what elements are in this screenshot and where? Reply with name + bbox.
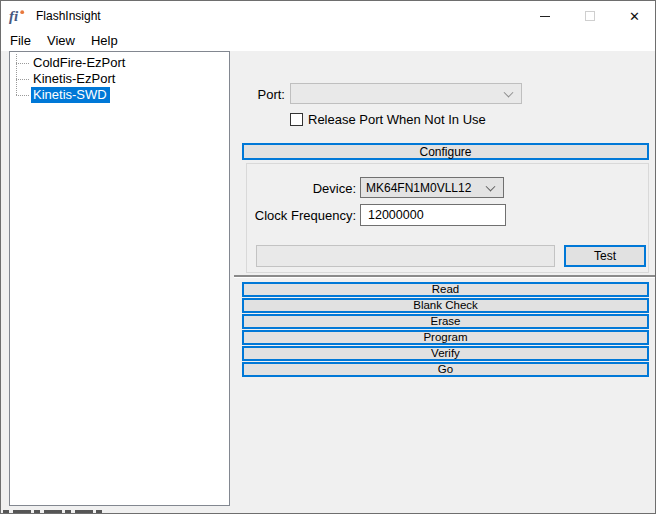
device-select-value: MK64FN1M0VLL12: [366, 181, 471, 195]
svg-text:fi: fi: [9, 8, 19, 24]
device-label: Device:: [252, 181, 356, 196]
erase-button[interactable]: Erase: [242, 314, 649, 329]
verify-button[interactable]: Verify: [242, 346, 649, 361]
menu-file[interactable]: File: [3, 31, 40, 51]
go-button[interactable]: Go: [242, 362, 649, 377]
read-button[interactable]: Read: [242, 282, 649, 297]
test-result-field: [256, 245, 555, 267]
tree-item-kinetis-swd[interactable]: Kinetis-SWD: [10, 87, 229, 103]
caption-buttons: ✕: [522, 1, 656, 31]
tree-item-label: ColdFire-EzPort: [31, 55, 128, 71]
release-port-checkbox-label: Release Port When Not In Use: [308, 112, 486, 127]
device-select[interactable]: MK64FN1M0VLL12: [360, 177, 504, 198]
port-select[interactable]: [290, 83, 522, 104]
tree-stub-icon: [16, 79, 29, 80]
close-icon: ✕: [629, 10, 640, 23]
release-port-checkbox[interactable]: Release Port When Not In Use: [290, 112, 486, 127]
menu-bar: File View Help: [1, 31, 656, 51]
clock-frequency-input[interactable]: [360, 204, 506, 226]
tree-connector-line: [16, 54, 17, 95]
tree-item-label: Kinetis-EzPort: [31, 71, 118, 87]
tree-item-label: Kinetis-SWD: [31, 87, 110, 103]
tree-stub-icon: [16, 63, 29, 64]
minimize-button[interactable]: [522, 1, 567, 31]
close-button[interactable]: ✕: [612, 1, 656, 31]
section-divider: [234, 275, 655, 277]
chevron-down-icon: [504, 87, 514, 97]
menu-view[interactable]: View: [40, 31, 84, 51]
app-window: fi FlashInsight ✕ File View Help ColdFir…: [0, 0, 656, 514]
menu-help[interactable]: Help: [84, 31, 127, 51]
tree-stub-icon: [16, 95, 29, 96]
test-button[interactable]: Test: [564, 245, 646, 267]
port-label: Port:: [242, 87, 285, 102]
target-tree: ColdFire-EzPort Kinetis-EzPort Kinetis-S…: [9, 51, 230, 506]
tree-item-coldfire-ezport[interactable]: ColdFire-EzPort: [10, 55, 229, 71]
program-button[interactable]: Program: [242, 330, 649, 345]
background-window-artifact: [3, 510, 103, 513]
chevron-down-icon: [486, 181, 496, 191]
main-panel: Port: Release Port When Not In Use Confi…: [232, 51, 656, 514]
blank-check-button[interactable]: Blank Check: [242, 298, 649, 313]
app-icon: fi: [8, 6, 28, 26]
clock-frequency-label: Clock Frequency:: [252, 208, 356, 223]
maximize-icon: [585, 11, 595, 21]
maximize-button: [567, 1, 612, 31]
configure-button[interactable]: Configure: [242, 143, 649, 160]
tree-item-kinetis-ezport[interactable]: Kinetis-EzPort: [10, 71, 229, 87]
minimize-icon: [540, 16, 550, 17]
title-bar: fi FlashInsight ✕: [1, 1, 656, 31]
window-title: FlashInsight: [36, 9, 101, 23]
checkbox-icon: [290, 113, 303, 126]
